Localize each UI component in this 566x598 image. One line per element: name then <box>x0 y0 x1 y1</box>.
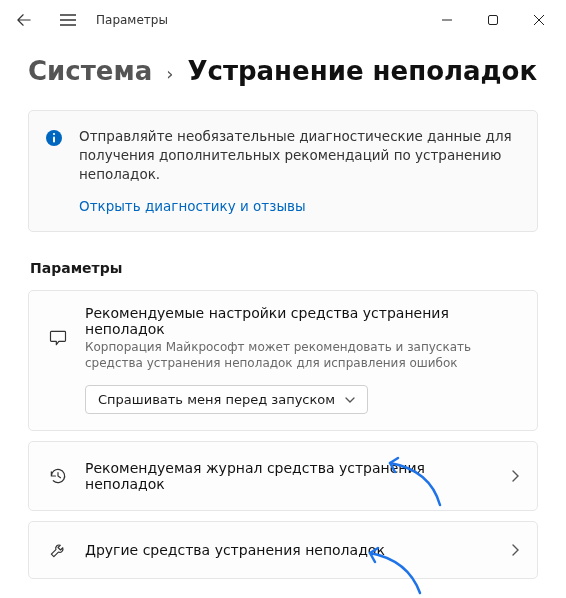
close-icon <box>534 15 544 25</box>
svg-rect-2 <box>53 137 55 143</box>
minimize-icon <box>442 15 452 25</box>
recommended-mode-dropdown[interactable]: Спрашивать меня перед запуском <box>85 385 368 414</box>
chevron-right-icon <box>511 470 519 482</box>
dropdown-value: Спрашивать меня перед запуском <box>98 392 335 407</box>
breadcrumb-separator: › <box>166 63 173 84</box>
breadcrumb-current: Устранение неполадок <box>187 56 537 86</box>
diagnostics-info-card: Отправляйте необязательные диагностическ… <box>28 110 538 232</box>
maximize-button[interactable] <box>470 0 516 40</box>
minimize-button[interactable] <box>424 0 470 40</box>
chat-icon <box>47 328 69 348</box>
svg-point-3 <box>53 133 55 135</box>
nav-menu-button[interactable] <box>48 0 88 40</box>
close-button[interactable] <box>516 0 562 40</box>
recommended-troubleshooter-card: Рекомендуемые настройки средства устране… <box>28 290 538 431</box>
open-diagnostics-link[interactable]: Открыть диагностику и отзывы <box>79 198 306 214</box>
maximize-icon <box>488 15 498 25</box>
hamburger-icon <box>60 14 76 26</box>
chevron-right-icon <box>511 544 519 556</box>
window-title: Параметры <box>96 13 168 27</box>
section-title: Параметры <box>30 260 538 276</box>
chevron-down-icon <box>345 397 355 403</box>
breadcrumb-root[interactable]: Система <box>28 56 152 86</box>
svg-rect-0 <box>489 16 498 25</box>
recommended-subtitle: Корпорация Майкрософт может рекомендоват… <box>85 339 519 371</box>
recommended-title: Рекомендуемые настройки средства устране… <box>85 305 519 337</box>
other-troubleshooters-link[interactable]: Другие средства устранения неполадок <box>28 521 538 579</box>
info-text: Отправляйте необязательные диагностическ… <box>79 127 519 184</box>
breadcrumb: Система › Устранение неполадок <box>28 56 538 86</box>
history-icon <box>47 466 69 486</box>
other-title: Другие средства устранения неполадок <box>85 542 495 558</box>
troubleshooter-history-link[interactable]: Рекомендуемая журнал средства устранения… <box>28 441 538 511</box>
back-button[interactable] <box>4 0 44 40</box>
wrench-icon <box>47 540 69 560</box>
titlebar: Параметры <box>0 0 566 40</box>
history-title: Рекомендуемая журнал средства устранения… <box>85 460 495 492</box>
arrow-left-icon <box>17 13 31 27</box>
info-icon <box>45 129 63 147</box>
